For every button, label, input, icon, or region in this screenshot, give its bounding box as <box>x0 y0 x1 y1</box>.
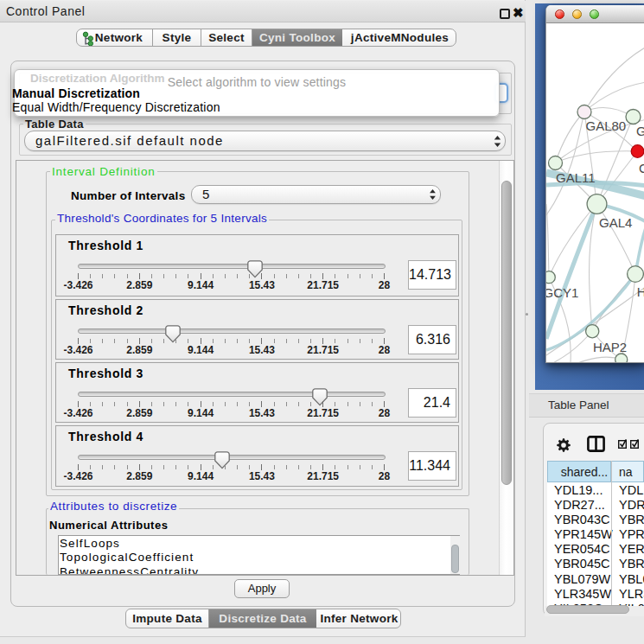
svg-text:GA: GA <box>636 124 644 138</box>
svg-text:H: H <box>637 284 644 299</box>
svg-text:GAL4: GAL4 <box>599 215 632 230</box>
svg-text:HAP2: HAP2 <box>593 340 627 354</box>
svg-text:C: C <box>639 161 644 175</box>
svg-text:GCY1: GCY1 <box>546 285 578 300</box>
svg-text:GAL80: GAL80 <box>586 118 627 133</box>
svg-text:GAL11: GAL11 <box>556 170 596 185</box>
